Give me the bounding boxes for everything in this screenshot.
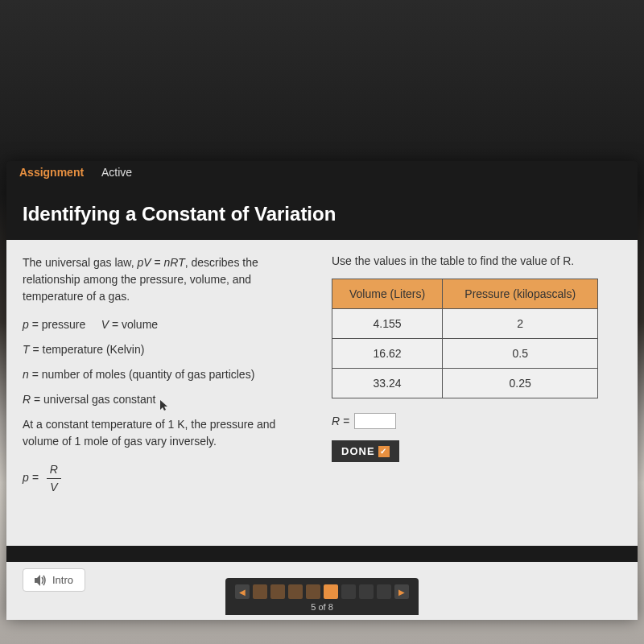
definition-pv: p = pressure V = volume (23, 316, 312, 333)
data-table: Volume (Liters) Pressure (kilopascals) 4… (332, 279, 598, 398)
cell-volume: 4.155 (332, 309, 443, 339)
fraction: R V (47, 461, 61, 496)
left-column: The universal gas law, pV = nRT, describ… (6, 240, 325, 546)
col-header-volume: Volume (Liters) (332, 279, 443, 309)
cell-volume: 16.62 (332, 339, 443, 369)
answer-row: R = (332, 413, 621, 429)
fraction-denominator: V (47, 479, 61, 496)
col-header-pressure: Pressure (kilopascals) (443, 279, 598, 309)
page-dot-1[interactable] (253, 584, 267, 599)
page-dot-4[interactable] (306, 584, 320, 599)
intro-button[interactable]: Intro (23, 568, 85, 592)
assignment-status: Active (101, 166, 132, 179)
intro-paragraph: The universal gas law, pV = nRT, describ… (23, 254, 312, 305)
cell-pressure: 0.5 (443, 339, 598, 369)
page-dot-5[interactable] (324, 584, 338, 599)
done-button[interactable]: DONE ✓ (332, 440, 399, 462)
definition-t: T = temperature (Kelvin) (23, 341, 312, 358)
page-dot-8 (377, 584, 391, 599)
next-button[interactable]: ▶ (394, 584, 409, 599)
r-input[interactable] (354, 413, 396, 429)
check-icon: ✓ (378, 446, 390, 457)
intro-label: Intro (52, 574, 73, 586)
prompt-text: Use the values in the table to find the … (332, 254, 621, 267)
table-row: 16.620.5 (332, 339, 598, 369)
r-label: R = (332, 415, 349, 427)
inverse-note: At a constant temperature of 1 K, the pr… (23, 416, 312, 450)
lesson-screen: Assignment Active Identifying a Constant… (6, 161, 638, 620)
assignment-label: Assignment (19, 166, 84, 179)
page-title: Identifying a Constant of Variation (6, 192, 638, 240)
page-dot-6 (341, 584, 356, 599)
content-area: The universal gas law, pV = nRT, describ… (6, 240, 638, 546)
cell-pressure: 2 (443, 309, 598, 339)
cell-pressure: 0.25 (443, 369, 598, 398)
page-dot-2[interactable] (270, 584, 285, 599)
page-dot-3[interactable] (288, 584, 303, 599)
page-navigator: ◀ ▶ 5 of 8 (225, 578, 419, 615)
formula-p-lhs: p = (23, 471, 39, 484)
fraction-numerator: R (47, 461, 61, 479)
right-column: Use the values in the table to find the … (325, 240, 638, 546)
top-bar: Assignment Active (6, 161, 638, 192)
page-dot-7 (359, 584, 374, 599)
formula-p: p = R V (23, 461, 312, 496)
speaker-icon (35, 575, 47, 586)
table-row: 33.240.25 (332, 369, 598, 398)
prev-button[interactable]: ◀ (235, 584, 250, 599)
table-row: 4.1552 (332, 309, 598, 339)
definition-n: n = number of moles (quantity of gas par… (23, 366, 312, 383)
cell-volume: 33.24 (332, 369, 443, 398)
definition-r: R = universal gas constant (23, 391, 312, 408)
footer-bar: Intro ◀ ▶ 5 of 8 (6, 562, 638, 620)
page-counter: 5 of 8 (235, 602, 409, 612)
done-label: DONE (341, 445, 375, 457)
